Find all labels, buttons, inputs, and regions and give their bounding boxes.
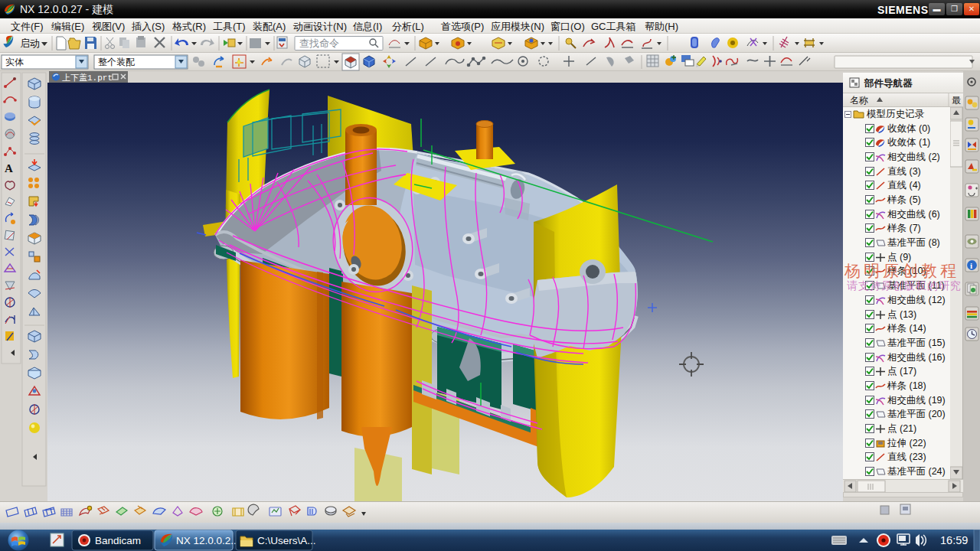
svg-text:最: 最	[952, 95, 961, 106]
svg-text:启动: 启动	[20, 37, 40, 49]
svg-text:C:\Users\A...: C:\Users\A...	[257, 535, 316, 546]
svg-text:NX 12.0.0.2...: NX 12.0.0.2...	[176, 535, 240, 546]
svg-text:名称: 名称	[850, 95, 868, 106]
svg-text:A: A	[5, 162, 13, 174]
svg-text:Bandicam: Bandicam	[95, 535, 141, 546]
svg-text:16:59: 16:59	[940, 534, 968, 546]
svg-text:上下盖1.prt: 上下盖1.prt	[62, 73, 113, 83]
svg-text:实体: 实体	[5, 57, 24, 67]
svg-text:部件导航器: 部件导航器	[864, 78, 913, 89]
svg-text:整个装配: 整个装配	[98, 57, 135, 67]
svg-text:查找命令: 查找命令	[299, 37, 339, 49]
